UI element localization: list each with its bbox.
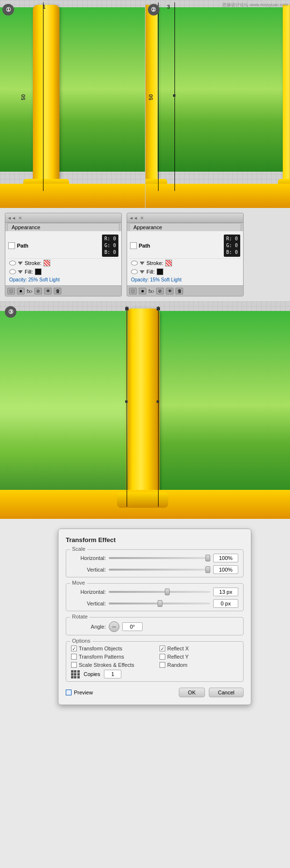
copies-input[interactable] [104, 670, 121, 678]
move-group: Move Horizontal: Vertical: [66, 583, 244, 611]
ap-close-1[interactable]: ✕ [18, 216, 22, 221]
scale-h-slider[interactable] [109, 557, 210, 559]
stroke-label-1: Stroke: [25, 260, 42, 266]
sel-line-large-1 [127, 306, 127, 507]
stroke-label-2: Stroke: [146, 260, 163, 266]
pillar-large [126, 309, 160, 492]
scale-h-label: Horizontal: [71, 555, 106, 561]
expand-fill-2[interactable] [140, 270, 145, 274]
footer-icon-del-2[interactable]: ⊘ [156, 288, 164, 294]
scale-strokes-cb[interactable] [71, 662, 77, 668]
move-v-row: Vertical: [71, 599, 238, 608]
move-h-input[interactable] [213, 588, 238, 596]
footer-icon-trash-1[interactable]: 🗑 [54, 288, 61, 294]
eye-icon-stroke-2[interactable] [131, 261, 138, 265]
random-row[interactable]: Random [160, 662, 238, 668]
footer-icon-new-2[interactable]: □ [129, 288, 137, 294]
ap-path-label-2: Path [139, 243, 224, 249]
btn-group: OK Cancel [179, 688, 244, 697]
canvas-panel-1: ① 1 50 [0, 0, 145, 208]
transform-objects-row[interactable]: Transform Objects [71, 646, 150, 651]
reflect-x-row[interactable]: Reflect X [160, 646, 238, 651]
move-v-slider[interactable] [109, 603, 210, 604]
appearance-row: ◄◄ ✕ Appearance Path R: 0 G: 0 B: 0 [0, 208, 290, 301]
move-h-thumb[interactable] [165, 588, 170, 595]
sel-line-large-2 [158, 306, 159, 507]
angle-input[interactable] [122, 622, 143, 631]
reflect-y-label: Reflect Y [167, 654, 188, 660]
ap-fill-row-1: Fill: [7, 267, 119, 276]
ap-collapse-2: ◄◄ [129, 216, 138, 221]
move-h-label: Horizontal: [71, 589, 106, 595]
scale-v-thumb[interactable] [205, 566, 210, 573]
expand-fill-1[interactable] [18, 270, 23, 274]
copies-dot-9 [77, 676, 80, 678]
ap-stroke-row-1: Stroke: [7, 259, 119, 267]
scale-v-row: Vertical: [71, 565, 238, 574]
copies-dot-8 [74, 676, 76, 678]
scale-h-input[interactable] [213, 554, 238, 562]
copies-dot-5 [74, 673, 76, 676]
scale-v-slider[interactable] [109, 569, 210, 571]
reflect-y-cb[interactable] [160, 654, 165, 660]
footer-icon-eye-1[interactable]: 👁 [44, 288, 52, 294]
rotate-label: Rotate [70, 614, 89, 619]
transform-objects-label: Transform Objects [79, 646, 122, 651]
fx-label-2[interactable]: fx› [148, 288, 154, 294]
ap-path-row-1: Path R: 0 G: 0 B: 0 [7, 233, 119, 259]
scale-strokes-row[interactable]: Scale Strokes & Effects [71, 662, 150, 668]
footer-icon-trash-2[interactable]: 🗑 [175, 288, 183, 294]
ap-close-2[interactable]: ✕ [140, 216, 144, 221]
ap-fill-row-2: Fill: [129, 267, 241, 276]
ap-titlebar-2: ◄◄ ✕ [127, 213, 243, 223]
angle-label: Angle: [71, 624, 106, 630]
scale-h-thumb[interactable] [205, 555, 210, 561]
expand-stroke-1[interactable] [18, 262, 23, 265]
opacity-row-2: Opacity: 15% Soft Light [129, 276, 241, 283]
fill-swatch-2[interactable] [157, 268, 163, 275]
sel-line-v-1 [43, 2, 44, 191]
footer-icon-del-1[interactable]: ⊘ [34, 288, 42, 294]
cancel-button[interactable]: Cancel [209, 688, 244, 697]
scale-v-input[interactable] [213, 565, 238, 574]
fx-label-1[interactable]: fx› [27, 288, 32, 294]
ap-path-label-1: Path [17, 243, 102, 249]
ap-swatch-1 [8, 242, 15, 249]
eye-icon-fill-2[interactable] [131, 269, 138, 274]
stroke-swatch-1[interactable] [44, 260, 50, 266]
left-light-green [0, 311, 128, 500]
copies-label: Copies [84, 671, 100, 677]
transform-patterns-cb[interactable] [71, 654, 77, 660]
transform-dialog: Transform Effect Scale Horizontal: Verti… [58, 529, 251, 705]
fill-swatch-1[interactable] [35, 268, 42, 275]
eye-icon-fill-1[interactable] [9, 269, 16, 274]
eye-icon-stroke-1[interactable] [9, 261, 16, 265]
copies-dot-6 [77, 673, 80, 676]
footer-icon-dup-1[interactable]: ■ [17, 288, 25, 294]
pillar-base-large [117, 492, 168, 508]
step-num-1: ① [2, 4, 14, 15]
ap-tab-1[interactable]: Appearance [7, 223, 119, 231]
reflect-y-row[interactable]: Reflect Y [160, 654, 238, 660]
reflect-x-cb[interactable] [160, 646, 165, 651]
move-v-thumb[interactable] [158, 600, 162, 607]
copies-dot-2 [74, 670, 76, 673]
preview-cb[interactable] [66, 690, 72, 695]
move-v-input[interactable] [213, 599, 238, 608]
footer-icon-new-1[interactable]: □ [7, 288, 15, 294]
move-h-slider[interactable] [109, 591, 210, 593]
angle-circle[interactable] [109, 621, 119, 632]
large-canvas: ③ [0, 301, 290, 519]
rotate-row: Angle: [71, 621, 238, 632]
random-cb[interactable] [160, 662, 165, 668]
expand-stroke-2[interactable] [140, 262, 145, 265]
move-label: Move [70, 580, 87, 586]
ok-button[interactable]: OK [179, 688, 205, 697]
footer-icon-eye-2[interactable]: 👁 [166, 288, 174, 294]
transform-objects-cb[interactable] [71, 646, 77, 651]
transform-patterns-row[interactable]: Transform Patterns [71, 654, 150, 660]
footer-icon-dup-2[interactable]: ■ [139, 288, 146, 294]
appearance-panel-1: ◄◄ ✕ Appearance Path R: 0 G: 0 B: 0 [5, 213, 122, 296]
stroke-swatch-2[interactable] [165, 260, 172, 266]
ap-tab-2[interactable]: Appearance [129, 223, 241, 231]
